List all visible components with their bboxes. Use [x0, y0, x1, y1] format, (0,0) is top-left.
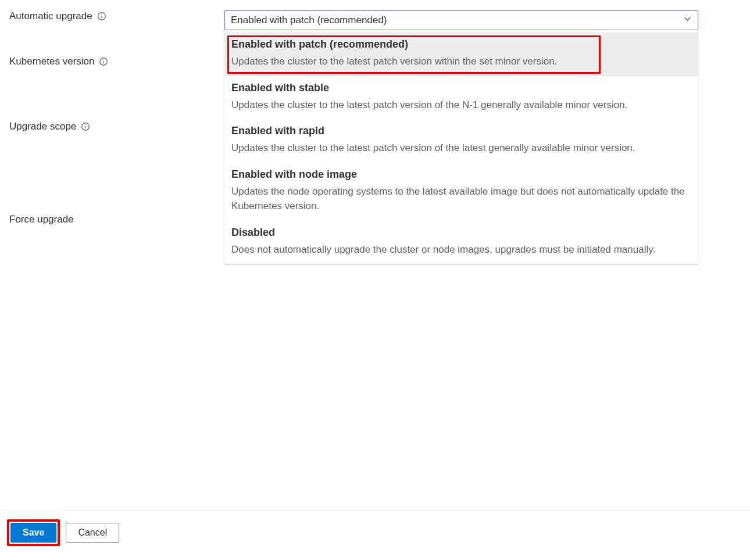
- label-automatic-upgrade-text: Automatic upgrade: [9, 10, 92, 22]
- option-title: Disabled: [231, 227, 691, 239]
- option-desc: Updates the cluster to the latest patch …: [231, 54, 691, 69]
- label-kubernetes-version-text: Kubernetes version: [9, 56, 94, 67]
- info-icon[interactable]: [81, 122, 90, 131]
- option-title: Enabled with node image: [231, 168, 691, 181]
- option-desc: Updates the node operating systems to th…: [231, 184, 691, 214]
- label-kubernetes-version: Kubernetes version: [9, 56, 224, 67]
- cancel-button[interactable]: Cancel: [66, 523, 119, 543]
- svg-point-5: [103, 59, 104, 60]
- option-enabled-with-node-image[interactable]: Enabled with node image Updates the node…: [224, 163, 698, 221]
- automatic-upgrade-dropdown: Enabled with patch (recommended) Updates…: [224, 33, 698, 264]
- option-enabled-with-patch[interactable]: Enabled with patch (recommended) Updates…: [224, 33, 698, 76]
- option-title: Enabled with rapid: [231, 125, 691, 137]
- label-force-upgrade: Force upgrade: [9, 214, 224, 225]
- label-automatic-upgrade: Automatic upgrade: [9, 10, 224, 22]
- label-upgrade-scope-text: Upgrade scope: [9, 121, 76, 132]
- option-desc: Updates the cluster to the latest patch …: [231, 141, 691, 156]
- info-icon[interactable]: [97, 12, 106, 21]
- highlight-marker: Save: [7, 519, 60, 546]
- info-icon[interactable]: [99, 57, 108, 66]
- label-force-upgrade-text: Force upgrade: [9, 214, 74, 225]
- save-button[interactable]: Save: [10, 523, 56, 543]
- label-upgrade-scope: Upgrade scope: [9, 121, 224, 132]
- automatic-upgrade-select[interactable]: Enabled with patch (recommended): [224, 10, 698, 30]
- select-value: Enabled with patch (recommended): [231, 15, 387, 26]
- footer: Save Cancel: [0, 511, 750, 560]
- option-disabled[interactable]: Disabled Does not automatically upgrade …: [224, 221, 698, 264]
- svg-point-8: [85, 124, 86, 125]
- option-enabled-with-rapid[interactable]: Enabled with rapid Updates the cluster t…: [224, 119, 698, 163]
- option-title: Enabled with stable: [231, 82, 691, 94]
- svg-point-2: [101, 14, 102, 15]
- option-enabled-with-stable[interactable]: Enabled with stable Updates the cluster …: [224, 76, 698, 120]
- option-desc: Updates the cluster to the latest patch …: [231, 98, 691, 113]
- option-title: Enabled with patch (recommended): [231, 38, 691, 51]
- option-desc: Does not automatically upgrade the clust…: [231, 242, 691, 257]
- chevron-down-icon: [683, 15, 692, 26]
